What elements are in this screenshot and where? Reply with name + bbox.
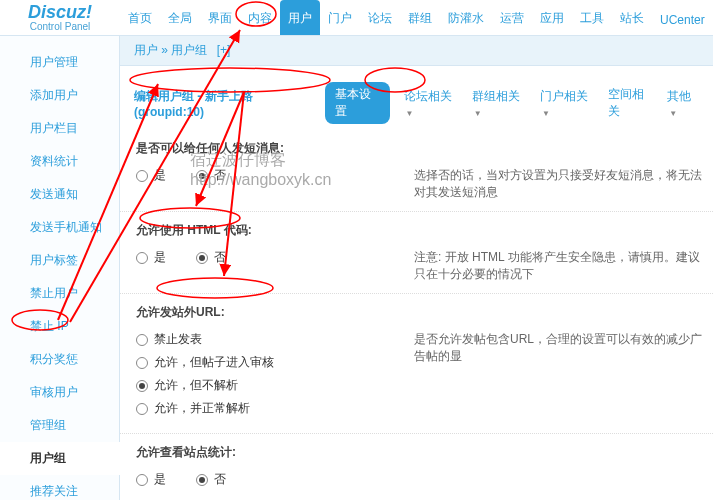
help-pm: 选择否的话，当对方设置为只接受好友短消息，将无法对其发送短消息 <box>414 167 713 201</box>
radio-pm-yes[interactable] <box>136 170 148 182</box>
topnav-工具[interactable]: 工具 <box>572 0 612 35</box>
sidebar-item-5[interactable]: 发送手机通知 <box>0 211 119 244</box>
tab-group[interactable]: 群组相关 <box>472 88 526 119</box>
radio-html-no[interactable] <box>196 252 208 264</box>
section-pm-title: 是否可以给任何人发短消息: <box>136 140 713 157</box>
section-stats: 允许查看站点统计: 是 否 <box>120 434 713 500</box>
sidebar-item-10[interactable]: 审核用户 <box>0 376 119 409</box>
sidebar-item-1[interactable]: 添加用户 <box>0 79 119 112</box>
sidebar-item-8[interactable]: 禁止 IP <box>0 310 119 343</box>
sidebar-item-2[interactable]: 用户栏目 <box>0 112 119 145</box>
section-html: 允许使用 HTML 代码: 是 否 注意: 开放 HTML 功能将产生安全隐患，… <box>120 212 713 294</box>
logo: Discuz! Control Panel <box>0 0 120 35</box>
edit-group-title: 编辑用户组 - 新手上路(groupid:10) <box>134 88 311 119</box>
logo-text: Discuz! <box>28 2 92 22</box>
logo-subtitle: Control Panel <box>0 21 120 32</box>
topnav-内容[interactable]: 内容 <box>240 0 280 35</box>
sidebar-item-3[interactable]: 资料统计 <box>0 145 119 178</box>
sidebar-item-4[interactable]: 发送通知 <box>0 178 119 211</box>
breadcrumb-a[interactable]: 用户 <box>134 43 158 57</box>
radio-html-yes[interactable] <box>136 252 148 264</box>
topnav-界面[interactable]: 界面 <box>200 0 240 35</box>
help-html: 注意: 开放 HTML 功能将产生安全隐患，请慎用。建议只在十分必要的情况下 <box>414 249 713 283</box>
radio-url-forbid[interactable] <box>136 334 148 346</box>
main-panel: 用户 » 用户组 [+] 编辑用户组 - 新手上路(groupid:10) 基本… <box>120 36 713 500</box>
radio-stats-no[interactable] <box>196 474 208 486</box>
radio-pm-no[interactable] <box>196 170 208 182</box>
radio-url-noparse[interactable] <box>136 380 148 392</box>
section-html-title: 允许使用 HTML 代码: <box>136 222 713 239</box>
topnav-防灌水[interactable]: 防灌水 <box>440 0 492 35</box>
sidebar-item-7[interactable]: 禁止用户 <box>0 277 119 310</box>
sidebar: 用户管理添加用户用户栏目资料统计发送通知发送手机通知用户标签禁止用户禁止 IP积… <box>0 36 120 500</box>
top-nav: 首页全局界面内容用户门户论坛群组防灌水运营应用工具站长UCenter <box>120 0 713 35</box>
breadcrumb: 用户 » 用户组 [+] <box>120 36 713 66</box>
sidebar-item-9[interactable]: 积分奖惩 <box>0 343 119 376</box>
sidebar-item-12[interactable]: 用户组 <box>0 442 120 475</box>
radio-url-audit[interactable] <box>136 357 148 369</box>
sidebar-item-11[interactable]: 管理组 <box>0 409 119 442</box>
tab-portal[interactable]: 门户相关 <box>540 88 594 119</box>
topnav-首页[interactable]: 首页 <box>120 0 160 35</box>
topnav-全局[interactable]: 全局 <box>160 0 200 35</box>
breadcrumb-add[interactable]: [+] <box>217 43 231 57</box>
topnav-群组[interactable]: 群组 <box>400 0 440 35</box>
tab-space[interactable]: 空间相关 <box>608 86 653 120</box>
sidebar-item-13[interactable]: 推荐关注 <box>0 475 119 500</box>
tab-basic[interactable]: 基本设置 <box>325 82 390 124</box>
sidebar-item-6[interactable]: 用户标签 <box>0 244 119 277</box>
help-url: 是否允许发帖包含URL，合理的设置可以有效的减少广告帖的显 <box>414 331 713 365</box>
tab-other[interactable]: 其他 <box>667 88 699 119</box>
topnav-用户[interactable]: 用户 <box>280 0 320 35</box>
topnav-论坛[interactable]: 论坛 <box>360 0 400 35</box>
topnav-UCenter[interactable]: UCenter <box>652 3 713 35</box>
topnav-应用[interactable]: 应用 <box>532 0 572 35</box>
tab-forum[interactable]: 论坛相关 <box>404 88 458 119</box>
breadcrumb-b[interactable]: 用户组 <box>171 43 207 57</box>
section-url: 允许发站外URL: 禁止发表 允许，但帖子进入审核 允许，但不解析 允许，并正常… <box>120 294 713 434</box>
section-url-title: 允许发站外URL: <box>136 304 713 321</box>
section-stats-title: 允许查看站点统计: <box>136 444 713 461</box>
sidebar-item-0[interactable]: 用户管理 <box>0 46 119 79</box>
radio-stats-yes[interactable] <box>136 474 148 486</box>
radio-url-normal[interactable] <box>136 403 148 415</box>
topnav-站长[interactable]: 站长 <box>612 0 652 35</box>
section-pm: 是否可以给任何人发短消息: 是 否 选择否的话，当对方设置为只接受好友短消息，将… <box>120 130 713 212</box>
topnav-运营[interactable]: 运营 <box>492 0 532 35</box>
topnav-门户[interactable]: 门户 <box>320 0 360 35</box>
